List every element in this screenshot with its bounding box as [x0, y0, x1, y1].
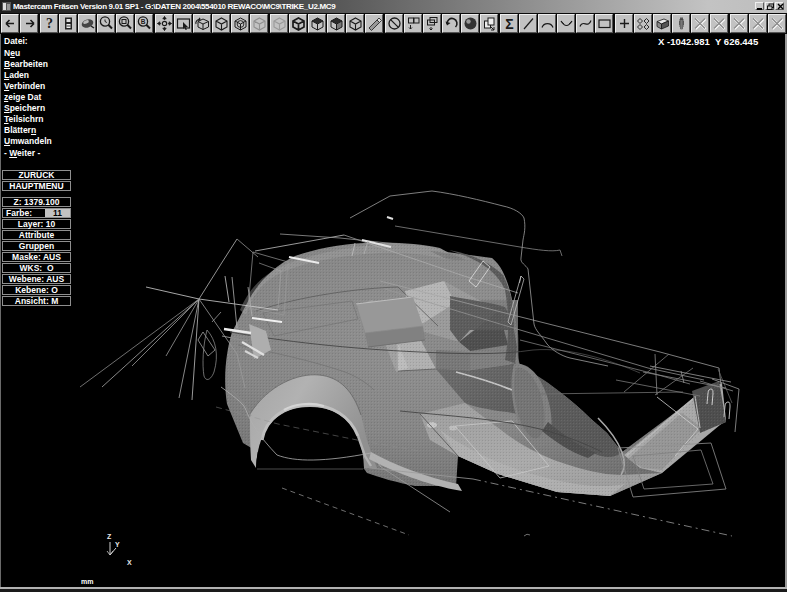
svg-text:Y: Y: [115, 541, 120, 548]
svg-text:Z: Z: [107, 533, 112, 540]
svg-text:Σ: Σ: [505, 16, 513, 32]
svg-text:?: ?: [46, 16, 53, 31]
svg-text:B: B: [141, 18, 146, 25]
svg-text:X: X: [127, 559, 132, 566]
